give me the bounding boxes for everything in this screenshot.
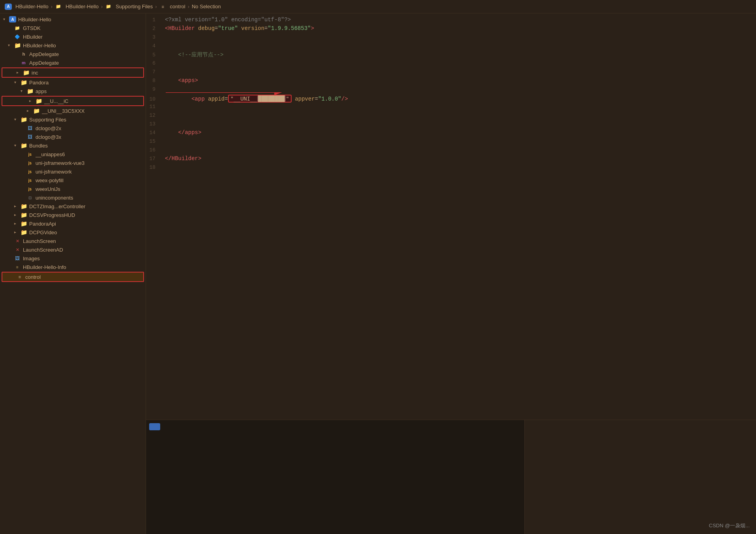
line-num-14: 14 [146, 130, 162, 136]
code-line-16: 16 [146, 147, 756, 155]
line-content-10: <app appid="__UNI__████████" appver="1.0… [162, 95, 756, 103]
line-content-13 [162, 121, 756, 127]
folder-icon-supporting-files: 📁 [20, 116, 27, 123]
breadcrumb-supporting-files[interactable]: Supporting Files [116, 4, 153, 9]
m-icon: m [20, 60, 27, 66]
sidebar-label-bundles: Bundles [29, 143, 142, 149]
line-content-9 [162, 86, 756, 92]
folder-icon-bundles: 📁 [20, 142, 27, 149]
line-num-16: 16 [146, 147, 162, 153]
chevron-down-icon [14, 143, 19, 148]
line-num-13: 13 [146, 121, 162, 127]
code-line-18: 18 [146, 164, 756, 173]
chevron-right-icon [29, 99, 34, 103]
sidebar-item-hbuilder-hello-root[interactable]: A HBuilder-Hello [0, 15, 146, 24]
line-content-16 [162, 147, 756, 153]
code-line-15: 15 [146, 138, 756, 147]
code-line-3: 3 [146, 34, 756, 43]
line-content-7 [162, 69, 756, 75]
line-content-3 [162, 34, 756, 40]
line-num-10: 10 [146, 96, 162, 102]
breadcrumb-bar: A HBuilder-Hello › 📁 HBuilder-Hello › 📁 … [0, 0, 756, 13]
chevron-right-icon [14, 221, 19, 226]
folder-icon-hbuilder-hello: 📁 [14, 42, 21, 49]
sidebar-label-dcsv: DCSVProgressHUD [29, 212, 142, 218]
sidebar-item-dcpgvideo[interactable]: 📁 DCPGVideo [0, 228, 146, 237]
sidebar-label-uni-33c5xxx: __UNI__33C5XXX [42, 108, 142, 114]
sidebar-item-dclogo-3x[interactable]: 🖼 dclogo@3x [0, 133, 146, 141]
sidebar-item-launchscreenad[interactable]: ✕ LaunchScreenAD [0, 245, 146, 254]
line-content-15 [162, 138, 756, 144]
breadcrumb-control[interactable]: control [170, 4, 185, 9]
sidebar-item-dctzimageercontroller[interactable]: 📁 DCTZImag...erController [0, 202, 146, 211]
sidebar-label-root: HBuilder-Hello [18, 17, 142, 22]
sidebar-label-gtsdk: GTSDK [23, 25, 142, 31]
breadcrumb-sep-4: › [188, 4, 189, 9]
sidebar-item-gtsdk[interactable]: 📁 GTSDK [0, 24, 146, 32]
breadcrumb-sep-3: › [155, 4, 157, 9]
sidebar-label-uniappes6: __uniappes6 [36, 151, 142, 157]
inc-red-box: 📁 inc [2, 67, 144, 78]
sidebar-item-uni-app[interactable]: 📁 __U...__iC [2, 97, 143, 105]
line-num-9: 9 [146, 86, 162, 92]
sidebar-label-hbuilder: HBuilder [23, 34, 142, 40]
folder-icon-inc: 📁 [22, 69, 30, 76]
sidebar-label-supporting-files: Supporting Files [29, 117, 142, 123]
code-line-13: 13 [146, 121, 756, 129]
sidebar-item-appdelegate-h[interactable]: h AppDelegate [0, 50, 146, 58]
code-line-4: 4 [146, 43, 756, 51]
sidebar-item-pandoraapi[interactable]: 📁 PandoraApi [0, 219, 146, 228]
sidebar-item-hbuilder-hello-info[interactable]: ≡ HBuilder-Hello-Info [0, 263, 146, 271]
sidebar-item-apps[interactable]: 📁 apps [0, 87, 146, 95]
code-line-1: 1 <?xml version="1.0" encoding="utf-8"?> [146, 17, 756, 25]
code-line-5: 5 <!--应用节点--> [146, 51, 756, 60]
chevron-down-icon [3, 17, 8, 22]
sidebar-label-hbuilder-hello-info: HBuilder-Hello-Info [23, 264, 142, 270]
line-num-1: 1 [146, 17, 162, 23]
sidebar: A HBuilder-Hello 📁 GTSDK 🔷 HBuilder 📁 HB… [0, 13, 146, 534]
line-num-5: 5 [146, 52, 162, 58]
sidebar-item-uni-jsframework-vue3[interactable]: js uni-jsframework-vue3 [0, 159, 146, 167]
app-icon: A [5, 4, 12, 10]
breadcrumb-hbuilder-hello-root[interactable]: HBuilder-Hello [15, 4, 49, 9]
sidebar-item-dcsvprogresshud[interactable]: 📁 DCSVProgressHUD [0, 211, 146, 219]
image-icon-3x: 🖼 [26, 134, 34, 140]
line-num-4: 4 [146, 43, 162, 49]
line-num-3: 3 [146, 34, 162, 40]
breadcrumb-sep-2: › [101, 4, 103, 9]
breadcrumb-hbuilder-hello[interactable]: HBuilder-Hello [65, 4, 99, 9]
sidebar-item-uni-33c5xxx[interactable]: 📁 __UNI__33C5XXX [0, 106, 146, 115]
chevron-right-icon [14, 213, 19, 217]
sidebar-item-control[interactable]: ≡ control [2, 273, 143, 281]
sidebar-item-dclogo-2x[interactable]: 🖼 dclogo@2x [0, 124, 146, 133]
sidebar-label-uni-jsframework-vue3: uni-jsframework-vue3 [36, 160, 142, 166]
chevron-right-icon [14, 230, 19, 235]
sidebar-item-images[interactable]: 🖼 Images [0, 254, 146, 263]
code-editor[interactable]: 1 <?xml version="1.0" encoding="utf-8"?>… [146, 13, 756, 420]
sidebar-item-pandora[interactable]: 📁 Pandora [0, 78, 146, 87]
sidebar-item-hbuilder-hello[interactable]: 📁 HBuilder-Hello [0, 41, 146, 50]
sidebar-item-supporting-files[interactable]: 📁 Supporting Files [0, 115, 146, 124]
line-content-14: </apps> [162, 129, 756, 136]
sidebar-item-launchscreen[interactable]: ✕ LaunchScreen [0, 237, 146, 245]
line-content-8: <apps> [162, 77, 756, 84]
control-red-box: ≡ control [2, 272, 144, 282]
chevron-down-icon [14, 117, 19, 122]
sidebar-item-appdelegate-m[interactable]: m AppDelegate [0, 58, 146, 67]
sidebar-item-bundles[interactable]: 📁 Bundles [0, 141, 146, 150]
sidebar-item-uni-jsframework[interactable]: js uni-jsframework [0, 167, 146, 176]
folder-icon-uni-app: 📁 [35, 98, 42, 104]
sidebar-item-inc[interactable]: 📁 inc [2, 68, 143, 77]
sidebar-item-unincomponents[interactable]: ⊡ unincomponents [0, 193, 146, 202]
control-icon: ≡ [16, 274, 23, 280]
sidebar-label-appdelegate-m: AppDelegate [29, 60, 142, 66]
line-num-11: 11 [146, 104, 162, 110]
bottom-left-panel [146, 420, 525, 534]
code-line-9: 9 [146, 86, 756, 95]
sidebar-item-weexunijs[interactable]: js weexUniJs [0, 185, 146, 193]
launchscreen-icon: ✕ [14, 238, 21, 244]
sidebar-item-hbuilder[interactable]: 🔷 HBuilder [0, 32, 146, 41]
sidebar-item-weex-polyfill[interactable]: js weex-polyfill [0, 176, 146, 185]
launchscreenad-icon: ✕ [14, 246, 21, 253]
sidebar-item-uniappes6[interactable]: js __uniappes6 [0, 150, 146, 159]
